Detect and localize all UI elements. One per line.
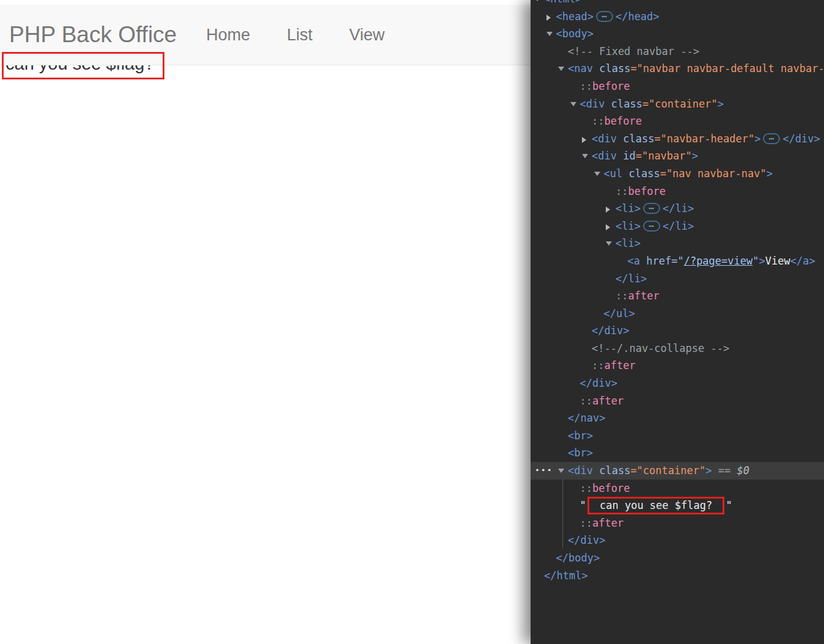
dom-token: :: — [580, 517, 592, 529]
expand-arrow-down-icon[interactable] — [558, 462, 568, 480]
dom-tree-row[interactable]: <html> — [531, 0, 824, 8]
dom-tree-row[interactable]: ::before — [531, 112, 824, 130]
expand-arrow-right-icon[interactable] — [546, 8, 556, 26]
devtools-elements-panel: <html><head>⋯</head><body><!-- Fixed nav… — [531, 0, 824, 644]
dom-token: <div — [580, 98, 605, 110]
dom-token: </body> — [556, 552, 600, 564]
inline-expand-button[interactable]: ⋯ — [596, 11, 613, 22]
dom-token: class — [593, 464, 630, 477]
dom-token: :: — [580, 395, 592, 407]
dom-token: </li> — [616, 273, 647, 285]
expand-arrow-down-icon[interactable] — [534, 0, 544, 8]
dom-token: class — [605, 98, 642, 110]
dom-tree-row[interactable]: ::after — [531, 357, 824, 375]
dom-token: > — [692, 150, 698, 162]
dom-token: > — [767, 167, 773, 180]
expand-arrow-down-icon[interactable] — [546, 25, 556, 43]
dom-tree-row-selected[interactable]: •••<div class="container"> == $0 — [531, 462, 824, 480]
dom-tree-row[interactable]: </nav> — [531, 409, 824, 427]
dom-tree-row[interactable]: <a href="/?page=view">View</a> — [531, 252, 824, 270]
dom-token: :: — [616, 185, 628, 197]
expand-arrow-right-icon[interactable] — [606, 218, 616, 235]
expand-arrow-down-icon[interactable] — [570, 95, 580, 113]
dom-token: after — [592, 517, 624, 529]
dom-token: </li> — [663, 220, 694, 232]
dom-tree-row[interactable]: <nav class="navbar navbar-default navbar… — [531, 60, 824, 78]
dom-token: :: — [580, 80, 592, 92]
dom-tree-row[interactable]: ::after — [531, 514, 824, 532]
dom-token: before — [628, 185, 665, 197]
expand-arrow-down-icon[interactable] — [594, 165, 604, 183]
dom-token: </html> — [544, 569, 588, 582]
dom-token: > — [754, 133, 760, 145]
inline-expand-button[interactable]: ⋯ — [643, 203, 660, 214]
dom-token: <html> — [544, 0, 581, 5]
dom-tree-row[interactable]: ::after — [531, 287, 824, 305]
expand-arrow-down-icon[interactable] — [558, 60, 568, 78]
dom-tree-row[interactable]: <li>⋯</li> — [531, 200, 824, 218]
arrow-spacer — [618, 252, 628, 270]
dom-token: View — [765, 255, 790, 267]
dom-tree-row[interactable]: <br> — [531, 427, 824, 445]
dom-tree-row[interactable]: <!-- Fixed navbar --> — [531, 43, 824, 60]
dom-tree-row[interactable]: </body> — [531, 549, 824, 567]
dom-token: <li> — [616, 237, 641, 249]
dom-tree-row[interactable]: <li>⋯</li> — [531, 218, 824, 235]
dom-token: > — [718, 98, 724, 110]
dom-token: class — [617, 133, 654, 145]
expand-arrow-right-icon[interactable] — [606, 200, 616, 218]
dom-tree-row[interactable]: </div> — [531, 322, 824, 340]
nav-link-list[interactable]: List — [268, 26, 331, 45]
dom-token: /?page=view — [684, 255, 753, 267]
dom-tree-row[interactable]: <div id="navbar"> — [531, 147, 824, 165]
dom-token: > — [759, 255, 765, 267]
dom-tree-row[interactable]: </li> — [531, 270, 824, 288]
dom-token: class — [622, 167, 660, 180]
dom-token: :: — [580, 482, 592, 494]
dom-token: ="navbar-header" — [654, 133, 754, 145]
arrow-spacer — [606, 287, 616, 305]
dom-tree-row[interactable]: ::before — [531, 183, 824, 200]
dom-tree-row[interactable]: <div class="container"> — [531, 95, 824, 113]
dom-tree-row[interactable]: <br> — [531, 444, 824, 462]
arrow-spacer — [534, 567, 544, 585]
dom-token: " — [726, 499, 732, 511]
dom-token: ="navbar navbar-default navbar-f — [630, 62, 824, 75]
dom-tree-row[interactable]: <li> — [531, 235, 824, 252]
more-actions-icon[interactable]: ••• — [535, 462, 553, 480]
dom-tree-row[interactable]: <ul class="nav navbar-nav"> — [531, 165, 824, 183]
dom-tree-row[interactable]: ::before — [531, 480, 824, 497]
arrow-spacer — [558, 427, 568, 445]
dom-token: before — [604, 115, 641, 127]
arrow-spacer — [570, 392, 580, 410]
dom-tree-row[interactable]: " can you see $flag? " — [531, 497, 824, 514]
dom-token: <li> — [616, 220, 641, 232]
dom-tree-row[interactable]: <head>⋯</head> — [531, 8, 824, 26]
arrow-spacer — [582, 112, 592, 130]
dom-tree-row[interactable]: ::before — [531, 78, 824, 95]
expand-arrow-right-icon[interactable] — [582, 130, 592, 148]
dom-tree-row[interactable]: </div> — [531, 532, 824, 549]
dom-tree-row[interactable]: <body> — [531, 25, 824, 43]
nav-link-view[interactable]: View — [331, 26, 403, 45]
dom-token: ="container" — [630, 464, 705, 477]
dom-tree-row[interactable]: <!--/.nav-collapse --> — [531, 340, 824, 357]
dom-tree-row[interactable]: </html> — [531, 567, 824, 585]
inline-expand-button[interactable]: ⋯ — [763, 133, 780, 144]
dom-tree-row[interactable]: </div> — [531, 375, 824, 392]
dom-token: <!--/.nav-collapse --> — [592, 342, 729, 354]
navbar-brand[interactable]: PHP Back Office — [0, 22, 177, 48]
dom-token: <!-- Fixed navbar --> — [568, 45, 699, 57]
inline-expand-button[interactable]: ⋯ — [643, 221, 660, 232]
dom-token: </a> — [790, 255, 815, 267]
dom-tree-row[interactable]: ::after — [531, 392, 824, 410]
expand-arrow-down-icon[interactable] — [582, 147, 592, 165]
arrow-spacer — [606, 270, 616, 288]
dom-tree-row[interactable]: <div class="navbar-header">⋯</div> — [531, 130, 824, 148]
arrow-spacer — [570, 514, 580, 532]
arrow-spacer — [594, 305, 604, 323]
expand-arrow-down-icon[interactable] — [606, 235, 616, 252]
dom-tree-row[interactable]: </ul> — [531, 305, 824, 323]
dom-token: </div> — [580, 377, 617, 389]
nav-link-home[interactable]: Home — [188, 26, 268, 45]
